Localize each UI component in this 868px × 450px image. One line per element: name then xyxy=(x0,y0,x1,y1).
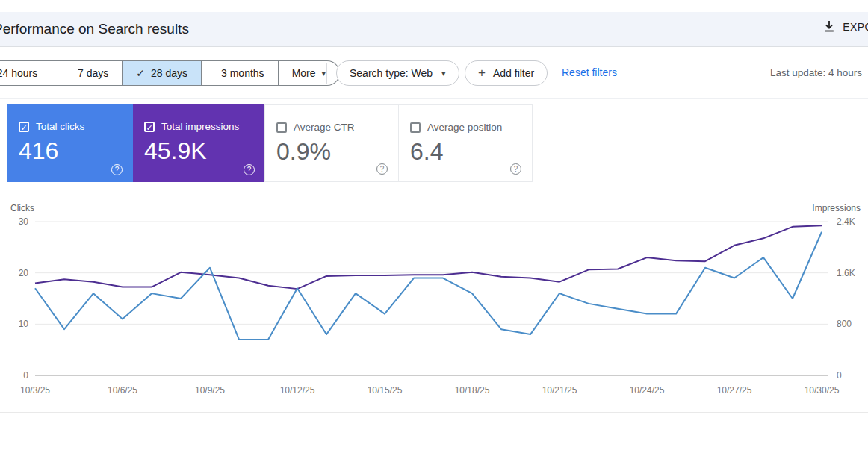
page-title: Performance on Search results xyxy=(0,21,189,37)
metric-value: 6.4 xyxy=(410,138,443,166)
svg-text:30: 30 xyxy=(19,216,29,227)
date-range-label: 24 hours xyxy=(0,67,37,79)
metric-label: Average CTR xyxy=(294,122,355,133)
metric-value: 416 xyxy=(19,137,58,165)
svg-text:Clicks: Clicks xyxy=(10,203,34,213)
filter-divider xyxy=(326,63,327,84)
date-range-label: 3 months xyxy=(221,67,264,79)
metric-cards: ✓ Total clicks 416 ? ✓ Total impressions… xyxy=(7,104,533,182)
date-range-more-menu[interactable]: More ▾ xyxy=(279,60,340,86)
svg-text:2.4K: 2.4K xyxy=(837,216,855,227)
average-position-checkbox[interactable] xyxy=(410,122,421,133)
date-range-selector: 24 hours 7 days ✓ 28 days 3 months More … xyxy=(0,60,340,86)
total-clicks-checkbox[interactable]: ✓ xyxy=(19,122,29,132)
svg-text:10/18/25: 10/18/25 xyxy=(455,385,490,396)
svg-text:0: 0 xyxy=(837,370,842,381)
svg-text:10/12/25: 10/12/25 xyxy=(280,385,315,396)
date-range-24-hours[interactable]: 24 hours xyxy=(0,60,58,86)
svg-text:10/30/25: 10/30/25 xyxy=(805,385,840,396)
svg-text:10/24/25: 10/24/25 xyxy=(630,385,665,396)
export-button[interactable]: EXPORT xyxy=(823,20,868,34)
svg-text:10/9/25: 10/9/25 xyxy=(195,385,225,396)
search-type-label: Search type: Web xyxy=(350,67,433,79)
add-filter-label: Add filter xyxy=(493,67,534,79)
total-clicks-card[interactable]: ✓ Total clicks 416 ? xyxy=(7,104,133,182)
check-icon: ✓ xyxy=(136,67,145,79)
plus-icon: + xyxy=(478,66,486,81)
svg-text:10/15/25: 10/15/25 xyxy=(368,385,403,396)
chevron-down-icon: ▾ xyxy=(441,69,446,78)
download-icon xyxy=(823,20,835,34)
svg-text:10/27/25: 10/27/25 xyxy=(717,385,752,396)
date-range-28-days[interactable]: ✓ 28 days xyxy=(123,60,202,86)
svg-text:10/6/25: 10/6/25 xyxy=(108,385,137,396)
total-impressions-checkbox[interactable]: ✓ xyxy=(144,122,155,132)
date-range-label: More xyxy=(292,67,316,79)
help-icon[interactable]: ? xyxy=(244,164,255,175)
average-ctr-card[interactable]: Average CTR 0.9% ? xyxy=(264,104,399,182)
date-range-3-months[interactable]: 3 months xyxy=(202,60,279,86)
page-header: Performance on Search results EXPORT xyxy=(0,12,868,47)
metric-label: Total impressions xyxy=(161,121,239,132)
svg-text:Impressions: Impressions xyxy=(812,203,861,213)
svg-text:10/3/25: 10/3/25 xyxy=(20,385,50,396)
performance-report-page: Performance on Search results EXPORT 24 … xyxy=(0,0,868,450)
last-update-text: Last update: 4 hours xyxy=(770,67,862,78)
bottom-divider xyxy=(0,412,868,413)
help-icon[interactable]: ? xyxy=(111,164,123,175)
metric-value: 0.9% xyxy=(276,138,331,166)
total-impressions-card[interactable]: ✓ Total impressions 45.9K ? xyxy=(133,104,265,182)
chevron-down-icon: ▾ xyxy=(322,69,326,78)
reset-filters-link[interactable]: Reset filters xyxy=(562,66,617,78)
average-position-card[interactable]: Average position 6.4 ? xyxy=(398,104,533,182)
export-label: EXPORT xyxy=(843,21,868,33)
filter-bar: 24 hours 7 days ✓ 28 days 3 months More … xyxy=(0,60,868,86)
metric-value: 45.9K xyxy=(144,137,207,165)
svg-text:800: 800 xyxy=(837,319,852,329)
svg-text:20: 20 xyxy=(19,268,29,278)
svg-text:1.6K: 1.6K xyxy=(837,268,855,278)
search-type-dropdown[interactable]: Search type: Web ▾ xyxy=(336,60,459,86)
performance-line-chart: 0010800201.6K302.4KClicksImpressions10/3… xyxy=(0,198,868,410)
svg-text:10/21/25: 10/21/25 xyxy=(542,385,577,396)
average-ctr-checkbox[interactable] xyxy=(276,122,287,133)
date-range-label: 7 days xyxy=(78,67,108,79)
help-icon[interactable]: ? xyxy=(510,163,521,175)
help-icon[interactable]: ? xyxy=(376,163,388,175)
add-filter-button[interactable]: + Add filter xyxy=(465,60,548,86)
metric-label: Total clicks xyxy=(36,121,84,132)
date-range-label: 28 days xyxy=(151,67,187,79)
svg-text:0: 0 xyxy=(23,370,28,381)
section-divider xyxy=(0,98,868,99)
svg-text:10: 10 xyxy=(19,319,29,329)
date-range-7-days[interactable]: 7 days xyxy=(58,60,123,86)
metric-label: Average position xyxy=(427,122,502,133)
